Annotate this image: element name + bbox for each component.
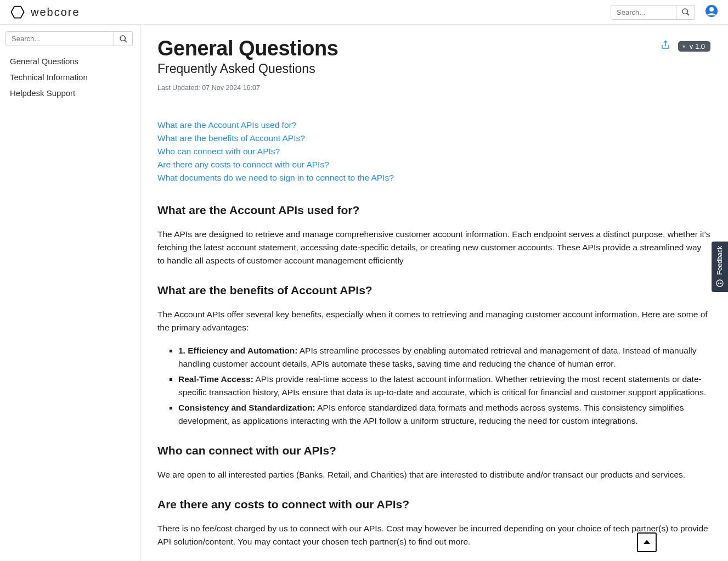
toc-link[interactable]: What are the benefits of Account APIs? bbox=[157, 133, 710, 143]
svg-point-1 bbox=[682, 9, 687, 14]
svg-marker-11 bbox=[644, 540, 650, 545]
svg-point-4 bbox=[709, 7, 714, 12]
feedback-tab[interactable]: Feedback bbox=[712, 242, 728, 292]
toc: What are the Account APIs used for? What… bbox=[157, 120, 710, 183]
sidebar-item-general-questions[interactable]: General Questions bbox=[5, 54, 135, 69]
sidebar-item-helpdesk-support[interactable]: Helpdesk Support bbox=[5, 86, 135, 100]
main-container: General Questions Technical Information … bbox=[0, 25, 728, 561]
toc-link[interactable]: Are there any costs to connect with our … bbox=[157, 160, 710, 170]
list-item: Real-Time Access: APIs provide real-time… bbox=[178, 373, 710, 399]
section-paragraph: We are open to all interested parties (B… bbox=[157, 468, 710, 481]
scroll-top-icon bbox=[642, 537, 652, 547]
share-icon[interactable] bbox=[661, 40, 670, 52]
brand[interactable]: webcore bbox=[10, 4, 80, 20]
brand-name: webcore bbox=[31, 6, 80, 19]
toc-link[interactable]: What are the Account APIs used for? bbox=[157, 120, 710, 130]
header-right bbox=[611, 4, 718, 20]
list-item: Consistency and Standardization: APIs en… bbox=[178, 401, 710, 428]
page-subtitle: Frequently Asked Questions bbox=[157, 61, 710, 76]
feedback-chat-icon bbox=[715, 279, 724, 288]
chevron-down-icon: ▾ bbox=[682, 43, 685, 49]
toc-link[interactable]: What documents do we need to sign in to … bbox=[157, 173, 710, 183]
section-heading: Are there any costs to connect with our … bbox=[157, 498, 710, 511]
list-item-strong: 1. Efficiency and Automation: bbox=[178, 346, 297, 355]
section-heading: What are the Account APIs used for? bbox=[157, 204, 710, 217]
last-updated: Last Updated: 07 Nov 2024 16:07 bbox=[157, 84, 710, 92]
sidebar-search bbox=[5, 31, 135, 46]
list-item: 1. Efficiency and Automation: APIs strea… bbox=[178, 344, 710, 371]
svg-line-6 bbox=[125, 40, 127, 42]
svg-line-2 bbox=[687, 13, 689, 15]
svg-point-8 bbox=[716, 280, 723, 287]
svg-marker-0 bbox=[11, 7, 24, 18]
feedback-label: Feedback bbox=[716, 246, 724, 275]
version-badge[interactable]: ▾ v 1.0 bbox=[678, 41, 710, 52]
section-heading: What are the benefits of Account APIs? bbox=[157, 284, 710, 297]
user-avatar-icon[interactable] bbox=[705, 4, 718, 20]
list-item-strong: Real-Time Access: bbox=[178, 374, 253, 384]
svg-point-9 bbox=[718, 283, 719, 284]
sidebar: General Questions Technical Information … bbox=[0, 25, 141, 561]
scroll-to-top-button[interactable] bbox=[637, 532, 657, 552]
page-title: General Questions bbox=[157, 37, 338, 60]
benefits-list: 1. Efficiency and Automation: APIs strea… bbox=[157, 344, 710, 428]
title-row: General Questions ▾ v 1.0 bbox=[157, 37, 710, 60]
svg-point-5 bbox=[120, 36, 125, 41]
list-item-text: APIs provide real-time access to the lat… bbox=[178, 374, 706, 397]
section-paragraph: There is no fee/cost charged by us to co… bbox=[157, 522, 710, 548]
header-search-input[interactable] bbox=[611, 5, 676, 20]
section-paragraph: The APIs are designed to retrieve and ma… bbox=[157, 228, 710, 267]
sidebar-search-input[interactable] bbox=[5, 31, 114, 46]
header-search bbox=[611, 5, 695, 20]
list-item-strong: Consistency and Standardization: bbox=[178, 403, 315, 412]
svg-point-10 bbox=[720, 283, 721, 284]
header-search-button[interactable] bbox=[676, 5, 695, 20]
sidebar-item-technical-information[interactable]: Technical Information bbox=[5, 70, 135, 85]
section-paragraph: The Account APIs offer several key benef… bbox=[157, 308, 710, 334]
sidebar-search-button[interactable] bbox=[114, 31, 133, 46]
top-header: webcore bbox=[0, 0, 728, 25]
search-icon bbox=[119, 35, 128, 43]
logo-hexagon-icon bbox=[10, 4, 25, 20]
version-label: v 1.0 bbox=[690, 42, 705, 51]
title-actions: ▾ v 1.0 bbox=[661, 40, 710, 52]
search-icon bbox=[681, 8, 690, 16]
toc-link[interactable]: Who can connect with our APIs? bbox=[157, 147, 710, 156]
main-content: General Questions ▾ v 1.0 Frequently Ask… bbox=[141, 25, 728, 561]
section-heading: Who can connect with our APIs? bbox=[157, 444, 710, 457]
